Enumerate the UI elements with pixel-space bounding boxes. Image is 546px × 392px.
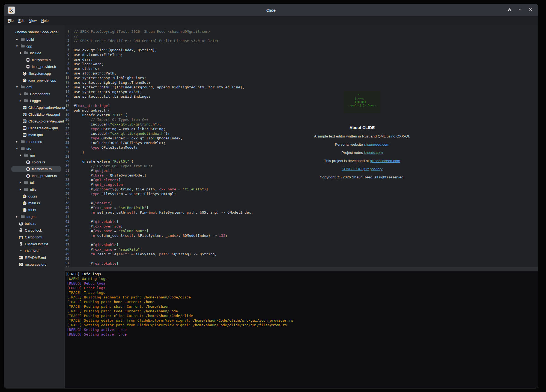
tree-item-label: build bbox=[26, 37, 34, 41]
minimize-button[interactable] bbox=[517, 7, 523, 13]
tree-item-cpp[interactable]: ▼cpp bbox=[4, 43, 65, 50]
tree-item-include[interactable]: ▼include bbox=[4, 50, 65, 56]
chevron-down-icon[interactable]: ▼ bbox=[16, 147, 20, 150]
tree-item-src[interactable]: ▼src bbox=[4, 145, 65, 152]
log-line: [TRACE] Pushing path: shaun Current: /ho… bbox=[67, 304, 538, 309]
line-number: 20 bbox=[65, 117, 72, 122]
splitter-handle[interactable] bbox=[65, 267, 538, 271]
qt-file-icon: Qt bbox=[23, 133, 26, 137]
tree-item-icon-provider-cpp[interactable]: Cicon_provider.cpp bbox=[4, 77, 65, 84]
tree-item-colors-rs[interactable]: Rcolors.rs bbox=[4, 159, 65, 166]
chevron-down-icon[interactable]: ▼ bbox=[16, 45, 20, 47]
about-panel: * |.===. {}o o{} --ooO--(_)--Ooo-- About… bbox=[291, 91, 433, 183]
tree-item-build-rs[interactable]: Rbuild.rs bbox=[4, 220, 65, 227]
tree-item-readme-md[interactable]: M↓README.md bbox=[4, 254, 65, 261]
chevron-right-icon[interactable]: ▶ bbox=[16, 216, 20, 218]
text-cursor bbox=[67, 272, 67, 276]
tree-item-cmakelists-txt[interactable]: CMakeLists.txt bbox=[4, 241, 65, 247]
qt-file-icon: Qt bbox=[23, 119, 26, 123]
tree-item-logger[interactable]: ▶Logger bbox=[4, 97, 65, 104]
tree-item-label: tui bbox=[30, 181, 34, 185]
chevron-right-icon[interactable]: ▶ bbox=[16, 140, 20, 143]
log-panel[interactable]: [INFO] Info logs[WARN] Warning logs[DEBU… bbox=[65, 271, 538, 388]
tree-item-resources[interactable]: ▶resources bbox=[4, 138, 65, 145]
line-number: 42 bbox=[65, 219, 72, 224]
link-shaunreed-com[interactable]: shaunreed.com bbox=[364, 142, 389, 146]
tree-item-gui-rs[interactable]: Rgui.rs bbox=[4, 193, 65, 200]
tree-item-qml[interactable]: ▼qml bbox=[4, 84, 65, 91]
link-git-shaunreed-com[interactable]: git.shaunreed.com bbox=[370, 159, 400, 163]
chevron-right-icon[interactable]: ▶ bbox=[20, 100, 24, 102]
tree-item-tui-rs[interactable]: Rtui.rs bbox=[4, 207, 65, 213]
line-number: 28 bbox=[65, 154, 72, 159]
close-button[interactable] bbox=[527, 7, 534, 13]
line-number: 14 bbox=[65, 89, 72, 94]
chevron-right-icon[interactable]: ▶ bbox=[16, 38, 20, 41]
tree-item-label: Cargo.toml bbox=[25, 235, 42, 239]
chevron-right-icon[interactable]: ▶ bbox=[20, 93, 24, 95]
chevron-down-icon[interactable]: ▼ bbox=[20, 52, 24, 54]
tree-item-filesystem-rs[interactable]: Rfilesystem.rs bbox=[4, 166, 65, 172]
license-star-icon: ✶ bbox=[20, 249, 22, 253]
cpp-file-icon: C bbox=[23, 72, 26, 76]
code-line: 1// SPDX-FileCopyrightText: 2026, Shaun … bbox=[65, 29, 538, 34]
tree-item-main-rs[interactable]: Rmain.rs bbox=[4, 200, 65, 207]
tree-item-tui[interactable]: ▶tui bbox=[4, 179, 65, 186]
log-line: [DEBUG] Setting active: true bbox=[67, 332, 538, 337]
tree-item-cargo-toml[interactable]: [T]Cargo.toml bbox=[4, 234, 65, 241]
tree-item-build[interactable]: ▶build bbox=[4, 36, 65, 43]
tree-item-label: icon_provider.h bbox=[32, 65, 56, 69]
tree-item-utils[interactable]: ▶utils bbox=[4, 186, 65, 193]
titlebar[interactable]: X Clide bbox=[4, 4, 538, 16]
chevron-down-icon[interactable]: ▼ bbox=[20, 154, 24, 157]
tree-item-clideexplorerview-qml[interactable]: QtClideExplorerView.qml bbox=[4, 118, 65, 125]
header-file-icon: H bbox=[26, 58, 29, 62]
tree-item-target[interactable]: ▶target bbox=[4, 213, 65, 220]
line-number: 31 bbox=[65, 168, 72, 173]
tree-item-clideapplicationview-qml[interactable]: QtClideApplicationView.qml bbox=[4, 104, 65, 111]
toml-file-icon: [T] bbox=[19, 236, 23, 239]
close-icon bbox=[528, 7, 533, 13]
tree-item-icon-provider-h[interactable]: Hicon_provider.h bbox=[4, 63, 65, 70]
app-window: X Clide bbox=[4, 4, 538, 388]
code-line: 6use devicons::FileIcon; bbox=[65, 52, 538, 57]
line-number: 10 bbox=[65, 71, 72, 76]
line-number: 9 bbox=[65, 66, 72, 71]
lock-icon bbox=[19, 228, 23, 233]
tree-item-clidetreeview-qml[interactable]: QtClideTreeView.qml bbox=[4, 125, 65, 131]
line-number: 50 bbox=[65, 256, 72, 261]
tree-item-label: include bbox=[30, 51, 41, 55]
chevron-right-icon[interactable]: ▶ bbox=[20, 188, 24, 191]
code-line: 11use syntect::easy::HighlightLines; bbox=[65, 76, 538, 80]
tree-item-resources-qrc[interactable]: Qtresources.qrc bbox=[4, 261, 65, 268]
tree-item-filesystem-h[interactable]: Hfilesystem.h bbox=[4, 56, 65, 63]
line-number: 11 bbox=[65, 76, 72, 80]
chevron-down-icon[interactable]: ▼ bbox=[16, 86, 20, 88]
menu-file[interactable]: File bbox=[8, 19, 14, 23]
tree-item-icon-provider-rs[interactable]: Ricon_provider.rs bbox=[4, 172, 65, 179]
tree-item-components[interactable]: ▶Components bbox=[4, 91, 65, 97]
window-controls bbox=[506, 7, 534, 13]
tree-item-gui[interactable]: ▼gui bbox=[4, 152, 65, 159]
chevron-right-icon[interactable]: ▶ bbox=[20, 181, 24, 184]
tree-item-filesystem-cpp[interactable]: Cfilesystem.cpp bbox=[4, 70, 65, 77]
link-kdab-cxx-qt-repository[interactable]: KDAB CXX-Qt repository bbox=[342, 167, 383, 171]
line-number: 27 bbox=[65, 150, 72, 154]
tree-item-cargo-lock[interactable]: Cargo.lock bbox=[4, 227, 65, 234]
menu-view[interactable]: View bbox=[29, 19, 37, 23]
code-line: 47 #[qinvokable] bbox=[65, 243, 538, 247]
code-editor[interactable]: 1// SPDX-FileCopyrightText: 2026, Shaun … bbox=[65, 25, 538, 267]
tree-item-main-qml[interactable]: Qtmain.qml bbox=[4, 131, 65, 138]
menu-help[interactable]: Help bbox=[41, 19, 49, 23]
link-knoats-com[interactable]: knoats.com bbox=[364, 151, 383, 155]
tree-item-label: ClideExplorerView.qml bbox=[28, 119, 64, 123]
file-explorer[interactable]: / home/ shaun/ Code/ clide/ ▶build▼cpp▼i… bbox=[4, 25, 65, 388]
tree-item-license[interactable]: ✶LICENSE bbox=[4, 247, 65, 254]
line-number: 19 bbox=[65, 113, 72, 117]
maximize-button[interactable] bbox=[506, 7, 513, 13]
about-text-line: KDAB CXX-Qt repository bbox=[291, 167, 433, 171]
menu-edit[interactable]: Edit bbox=[18, 19, 24, 23]
tree-item-clideeditorview-qml[interactable]: QtClideEditorView.qml bbox=[4, 111, 65, 118]
code-line: 5use cxx_qt_lib::{QModelIndex, QString}; bbox=[65, 48, 538, 52]
chevron-down-icon bbox=[518, 7, 523, 13]
